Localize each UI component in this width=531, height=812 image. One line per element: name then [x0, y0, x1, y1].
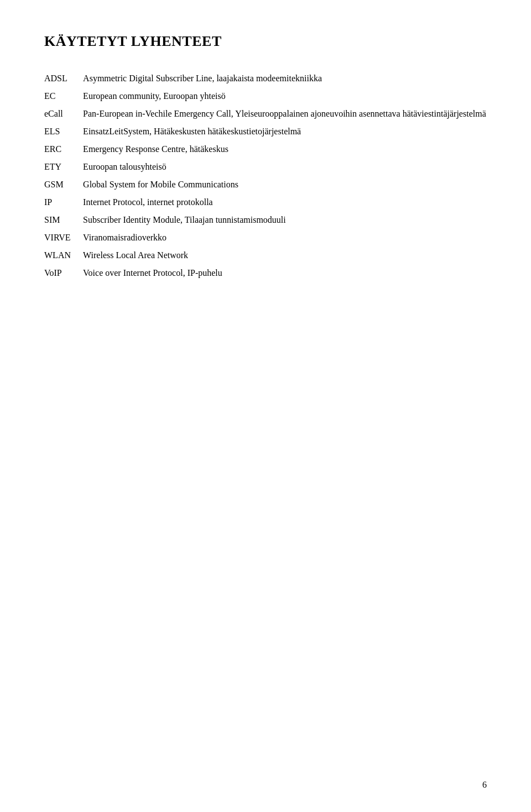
abbr-definition: Subscriber Identity Module, Tilaajan tun… [83, 211, 487, 229]
page-container: KÄYTETYT LYHENTEET ADSLAsymmetric Digita… [0, 0, 531, 812]
abbreviations-table: ADSLAsymmetric Digital Subscriber Line, … [44, 70, 487, 282]
abbr-definition: Euroopan talousyhteisö [83, 158, 487, 176]
table-row: WLANWireless Local Area Network [44, 247, 487, 264]
table-row: VIRVEViranomaisradioverkko [44, 229, 487, 247]
table-row: ECEuropean community, Euroopan yhteisö [44, 87, 487, 105]
table-row: ELSEinsatzLeitSystem, Hätäkeskusten hätä… [44, 123, 487, 140]
table-row: eCallPan-European in-Vechile Emergency C… [44, 105, 487, 123]
abbr-definition: Asymmetric Digital Subscriber Line, laaj… [83, 70, 487, 87]
abbr-code: WLAN [44, 247, 83, 264]
abbr-code: VoIP [44, 264, 83, 282]
abbr-definition: Wireless Local Area Network [83, 247, 487, 264]
abbr-definition: Internet Protocol, internet protokolla [83, 193, 487, 211]
abbr-definition: EinsatzLeitSystem, Hätäkeskusten hätäkes… [83, 123, 487, 140]
abbr-code: SIM [44, 211, 83, 229]
abbr-definition: European community, Euroopan yhteisö [83, 87, 487, 105]
abbr-definition: Viranomaisradioverkko [83, 229, 487, 247]
abbr-code: GSM [44, 176, 83, 193]
abbr-code: IP [44, 193, 83, 211]
table-row: ERCEmergency Response Centre, hätäkeskus [44, 140, 487, 158]
abbr-code: eCall [44, 105, 83, 123]
table-row: ADSLAsymmetric Digital Subscriber Line, … [44, 70, 487, 87]
page-title: KÄYTETYT LYHENTEET [44, 33, 487, 50]
abbr-definition: Global System for Mobile Communications [83, 176, 487, 193]
table-row: GSMGlobal System for Mobile Communicatio… [44, 176, 487, 193]
abbr-definition: Pan-European in-Vechile Emergency Call, … [83, 105, 487, 123]
table-row: VoIPVoice over Internet Protocol, IP-puh… [44, 264, 487, 282]
table-row: SIMSubscriber Identity Module, Tilaajan … [44, 211, 487, 229]
table-row: ETYEuroopan talousyhteisö [44, 158, 487, 176]
abbr-code: ADSL [44, 70, 83, 87]
abbr-definition: Emergency Response Centre, hätäkeskus [83, 140, 487, 158]
abbr-code: EC [44, 87, 83, 105]
abbr-code: ELS [44, 123, 83, 140]
abbr-code: VIRVE [44, 229, 83, 247]
abbr-code: ETY [44, 158, 83, 176]
page-number: 6 [482, 780, 487, 790]
abbr-code: ERC [44, 140, 83, 158]
table-row: IPInternet Protocol, internet protokolla [44, 193, 487, 211]
abbr-definition: Voice over Internet Protocol, IP-puhelu [83, 264, 487, 282]
